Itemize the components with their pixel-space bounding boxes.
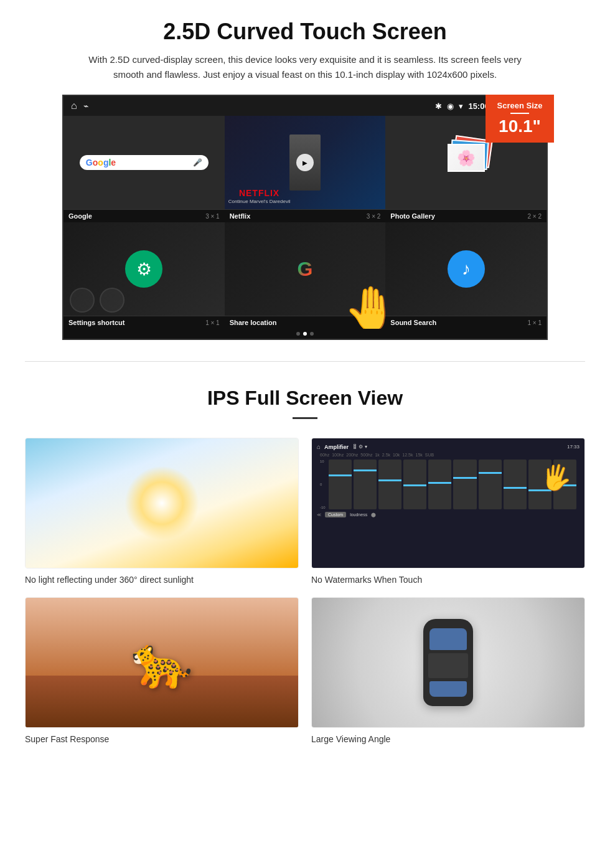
usb-icon: ⌁ xyxy=(83,101,88,111)
settings-app-size: 1 × 1 xyxy=(205,319,220,326)
section1-description: With 2.5D curved-display screen, this de… xyxy=(87,52,523,82)
dot-1 xyxy=(296,332,300,336)
freq-60hz: 60hz xyxy=(320,453,329,457)
freq-100hz: 100hz xyxy=(332,453,344,457)
cheetah-image-box: 🐆 xyxy=(25,597,299,728)
shadow-circle-1 xyxy=(70,288,95,313)
app-cell-sound[interactable]: ♪ Sound Search 1 × 1 xyxy=(385,222,547,329)
section-divider xyxy=(25,361,585,362)
screen-size-badge: Screen Size 10.1" xyxy=(486,95,554,143)
google-search-bar[interactable]: Google 🎤 xyxy=(80,155,209,170)
sound-cell-bg: ♪ xyxy=(385,222,547,316)
amp-back: ≪ xyxy=(317,512,321,517)
amp-freq-labels: 60hz 100hz 200hz 500hz 1k 2.5k 10k 12.5k… xyxy=(317,453,580,457)
dot-3 xyxy=(310,332,314,336)
badge-divider xyxy=(510,113,529,114)
play-button[interactable]: ▶ xyxy=(296,154,314,171)
location-icon: ◉ xyxy=(447,101,454,111)
freq-10k: 10k xyxy=(393,453,400,457)
google-cell-content: Google 🎤 xyxy=(63,116,225,209)
car-image-box xyxy=(311,597,585,728)
gallery-app-size: 2 × 2 xyxy=(527,213,542,220)
google-maps-icon: G xyxy=(298,258,313,281)
amplifier-image-box: ⌂ Amplifier 🎛 ⚙ ▾ 17:33 60hz 100hz 200hz… xyxy=(311,438,585,568)
ips-item-amplifier: ⌂ Amplifier 🎛 ⚙ ▾ 17:33 60hz 100hz 200hz… xyxy=(311,438,585,585)
freq-500hz: 500hz xyxy=(360,453,372,457)
slider-7 xyxy=(479,460,502,509)
ips-item-sunlight: No light reflecting under 360° direct su… xyxy=(25,438,299,585)
sunlight-image-box xyxy=(25,438,299,568)
sunlight-caption: No light reflecting under 360° direct su… xyxy=(25,575,299,585)
freq-1k: 1k xyxy=(375,453,379,457)
eq-level-labels: 10 0 -10 xyxy=(320,460,326,509)
amp-custom-btn: Custom xyxy=(325,512,346,517)
slider-1 xyxy=(329,460,352,509)
car-rear xyxy=(429,681,467,697)
gallery-label-row: Photo Gallery 2 × 2 xyxy=(385,209,547,222)
netflix-cell-content: ▶ NETFLIX Continue Marvel's Daredevil xyxy=(225,116,386,209)
settings-app-name: Settings shortcut xyxy=(68,319,124,326)
sound-app-size: 1 × 1 xyxy=(527,319,542,326)
hand-on-sliders: 🖐 xyxy=(538,461,574,495)
amplifier-image: ⌂ Amplifier 🎛 ⚙ ▾ 17:33 60hz 100hz 200hz… xyxy=(312,438,584,568)
app-cell-netflix[interactable]: ▶ NETFLIX Continue Marvel's Daredevil Ne… xyxy=(225,116,386,222)
app-cell-share[interactable]: G 🤚 Share location 1 × 1 xyxy=(225,222,386,329)
settings-cell-content: ⚙ xyxy=(63,222,225,316)
car-image xyxy=(312,598,584,727)
slider-5 xyxy=(428,460,451,509)
mic-icon[interactable]: 🎤 xyxy=(193,158,202,167)
photo-card-3: 🌸 xyxy=(448,144,485,172)
app-cell-google[interactable]: Google 🎤 Google 3 × 1 xyxy=(63,116,225,222)
netflix-subtitle: Continue Marvel's Daredevil xyxy=(228,199,291,204)
netflix-logo: NETFLIX xyxy=(239,188,279,198)
google-logo: Google xyxy=(86,158,116,167)
music-icon-circle: ♪ xyxy=(448,250,485,288)
freq-15k: 15k xyxy=(415,453,422,457)
netflix-label-overlay: NETFLIX Continue Marvel's Daredevil xyxy=(228,187,291,204)
google-app-size: 3 × 1 xyxy=(205,213,220,220)
car-windshield xyxy=(429,628,467,650)
app-grid-row1: Google 🎤 Google 3 × 1 xyxy=(63,116,547,222)
sun-glow xyxy=(124,466,199,540)
car-roof xyxy=(428,653,468,678)
flower-icon: 🌸 xyxy=(457,149,476,167)
share-app-size: 1 × 1 xyxy=(367,319,381,326)
slider-8 xyxy=(504,460,527,509)
badge-size: 10.1" xyxy=(494,116,545,136)
dot-2 xyxy=(303,332,307,336)
share-cell-content: G 🤚 xyxy=(225,222,386,316)
cheetah-image: 🐆 xyxy=(26,598,298,727)
netflix-app-name: Netflix xyxy=(230,212,251,220)
slider-2 xyxy=(354,460,377,509)
freq-2-5k: 2.5k xyxy=(382,453,390,457)
freq-12-5k: 12.5k xyxy=(402,453,413,457)
screen-wrapper: Screen Size 10.1" ⌂ ⌁ ✱ ◉ ▾ 15:06 ⊡ ◁) ⊠… xyxy=(62,95,548,340)
ips-item-car: Large Viewing Angle xyxy=(311,597,585,744)
cheetah-silhouette: 🐆 xyxy=(131,633,193,692)
google-label-row: Google 3 × 1 xyxy=(63,209,225,222)
status-bar: ⌂ ⌁ ✱ ◉ ▾ 15:06 ⊡ ◁) ⊠ ▭ xyxy=(63,96,547,116)
home-icon[interactable]: ⌂ xyxy=(71,100,77,111)
android-screen: ⌂ ⌁ ✱ ◉ ▾ 15:06 ⊡ ◁) ⊠ ▭ xyxy=(62,95,548,340)
share-cell-bg: G xyxy=(225,222,386,316)
amp-loudness: loudness xyxy=(350,512,367,517)
settings-label-row: Settings shortcut 1 × 1 xyxy=(63,316,225,329)
bluetooth-icon: ✱ xyxy=(435,101,442,111)
section2-title: IPS Full Screen View xyxy=(25,387,585,410)
shadow-circle-2 xyxy=(100,288,124,313)
badge-label: Screen Size xyxy=(494,101,545,110)
car-top-view xyxy=(423,619,473,706)
sound-label-row: Sound Search 1 × 1 xyxy=(385,316,547,329)
shadow-icons xyxy=(70,288,124,313)
app-grid-row2: ⚙ Settings shortcut 1 × 1 xyxy=(63,222,547,329)
freq-sub: SUB xyxy=(425,453,434,457)
freq-200hz: 200hz xyxy=(346,453,358,457)
google-app-name: Google xyxy=(68,212,92,220)
amp-bottom-bar: ≪ Custom loudness ⬤ xyxy=(317,512,580,517)
netflix-label-row: Netflix 3 × 2 xyxy=(225,209,386,222)
settings-icon-circle: ⚙ xyxy=(125,250,162,288)
section1-title: 2.5D Curved Touch Screen xyxy=(25,19,585,45)
netflix-app-size: 3 × 2 xyxy=(367,213,381,220)
netflix-bg: ▶ NETFLIX Continue Marvel's Daredevil xyxy=(225,116,386,209)
app-cell-settings[interactable]: ⚙ Settings shortcut 1 × 1 xyxy=(63,222,225,329)
